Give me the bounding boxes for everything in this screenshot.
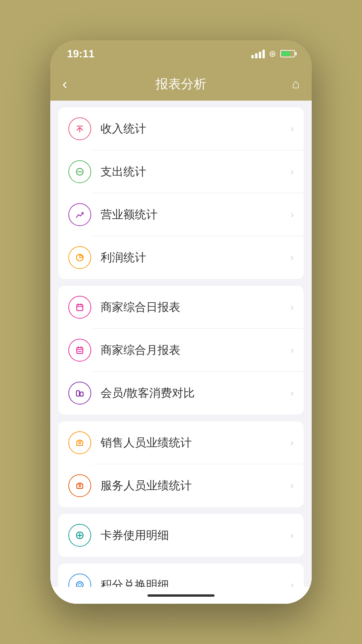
income-icon xyxy=(68,117,91,140)
status-bar: 19:11 ⊛ xyxy=(50,40,312,67)
daily-report-icon xyxy=(68,296,91,319)
home-bar xyxy=(147,594,215,597)
page-title: 报表分析 xyxy=(156,75,206,93)
menu-item-points-detail[interactable]: 积分兑换明细 › xyxy=(58,564,304,587)
battery-fill xyxy=(282,51,290,56)
menu-item-profit[interactable]: 利润统计 › xyxy=(58,236,304,279)
member-compare-icon xyxy=(68,382,91,405)
menu-item-card-detail[interactable]: 卡券使用明细 › xyxy=(58,514,304,557)
svg-rect-10 xyxy=(77,347,83,354)
svg-rect-6 xyxy=(77,305,83,311)
nav-bar: ‹ 报表分析 ⌂ xyxy=(50,67,312,101)
svg-point-24 xyxy=(76,582,83,587)
monthly-report-chevron: › xyxy=(291,345,294,356)
svg-point-25 xyxy=(78,583,81,587)
card-detail-label: 卡券使用明细 xyxy=(101,528,291,543)
expense-label: 支出统计 xyxy=(101,164,291,179)
menu-item-sales-perf[interactable]: 销售人员业绩统计 › xyxy=(58,421,304,464)
service-perf-label: 服务人员业绩统计 xyxy=(101,478,291,493)
back-button[interactable]: ‹ xyxy=(62,75,67,92)
income-label: 收入统计 xyxy=(101,121,291,137)
svg-rect-15 xyxy=(76,391,79,396)
card-detail-chevron: › xyxy=(291,530,294,541)
menu-item-revenue[interactable]: 营业额统计 › xyxy=(58,193,304,236)
service-perf-icon xyxy=(68,474,91,497)
wifi-icon: ⊛ xyxy=(269,49,276,59)
profit-chevron: › xyxy=(291,252,294,263)
revenue-icon xyxy=(68,203,91,226)
daily-report-label: 商家综合日报表 xyxy=(101,300,291,315)
profit-label: 利润统计 xyxy=(101,250,291,265)
income-chevron: › xyxy=(291,123,294,134)
monthly-report-label: 商家综合月报表 xyxy=(101,342,291,358)
card-detail-icon xyxy=(68,524,91,547)
expense-icon xyxy=(68,160,91,183)
menu-group-2: 商家综合日报表 › 商家综合月报表 › xyxy=(58,286,304,415)
member-compare-label: 会员/散客消费对比 xyxy=(101,385,291,401)
revenue-label: 营业额统计 xyxy=(101,207,291,222)
monthly-report-icon xyxy=(68,339,91,362)
service-perf-chevron: › xyxy=(291,480,294,491)
daily-report-chevron: › xyxy=(291,302,294,313)
svg-rect-17 xyxy=(77,441,83,445)
profit-icon xyxy=(68,246,91,269)
svg-point-18 xyxy=(79,442,81,444)
expense-chevron: › xyxy=(291,166,294,177)
phone-frame: 19:11 ⊛ ‹ 报表分析 ⌂ xyxy=(50,40,312,604)
revenue-chevron: › xyxy=(291,209,294,220)
svg-rect-16 xyxy=(80,392,83,396)
menu-item-monthly-report[interactable]: 商家综合月报表 › xyxy=(58,329,304,372)
menu-item-member-compare[interactable]: 会员/散客消费对比 › xyxy=(58,372,304,415)
sales-perf-icon xyxy=(68,431,91,454)
menu-group-3: 销售人员业绩统计 › 服务人员业绩统计 › xyxy=(58,421,304,507)
svg-rect-19 xyxy=(77,484,83,488)
menu-group-4: 卡券使用明细 › xyxy=(58,514,304,557)
status-icons: ⊛ xyxy=(251,49,295,59)
points-detail-icon xyxy=(68,574,91,587)
sales-perf-label: 销售人员业绩统计 xyxy=(101,435,291,450)
menu-group-1: 收入统计 › 支出统计 › xyxy=(58,107,304,279)
svg-point-20 xyxy=(79,485,81,487)
menu-group-5: 积分兑换明细 › xyxy=(58,564,304,587)
home-button[interactable]: ⌂ xyxy=(292,77,300,91)
menu-item-expense[interactable]: 支出统计 › xyxy=(58,150,304,193)
content-area: 收入统计 › 支出统计 › xyxy=(50,101,312,587)
status-time: 19:11 xyxy=(67,48,95,60)
points-detail-chevron: › xyxy=(291,580,294,587)
sales-perf-chevron: › xyxy=(291,437,294,448)
battery-icon xyxy=(280,50,295,57)
signal-icon xyxy=(251,49,265,58)
menu-item-service-perf[interactable]: 服务人员业绩统计 › xyxy=(58,464,304,507)
menu-item-income[interactable]: 收入统计 › xyxy=(58,107,304,150)
points-detail-label: 积分兑换明细 xyxy=(101,577,291,587)
home-indicator xyxy=(50,587,312,604)
menu-item-daily-report[interactable]: 商家综合日报表 › xyxy=(58,286,304,329)
member-compare-chevron: › xyxy=(291,388,294,398)
